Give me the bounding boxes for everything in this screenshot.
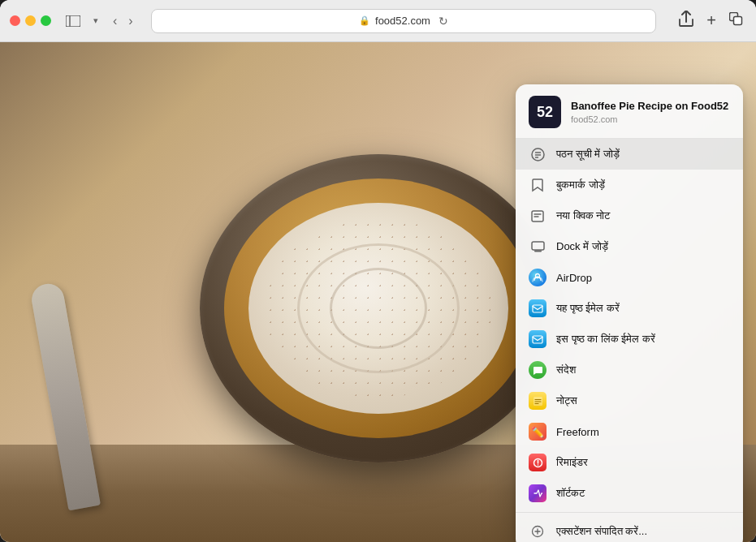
- menu-item-extension[interactable]: एक्सटेंशन संपादित करें...: [516, 516, 743, 542]
- traffic-lights: [10, 15, 51, 26]
- menu-item-label-dock: Dock में जोड़ें: [556, 240, 608, 253]
- svg-point-20: [537, 464, 538, 466]
- menu-item-label-mail-link: इस पृष्ठ का लिंक ईमेल करें: [556, 333, 655, 346]
- menu-item-mail-link[interactable]: इस पृष्ठ का लिंक ईमेल करें: [516, 324, 743, 355]
- forward-button[interactable]: ›: [123, 11, 137, 32]
- site-info: Banoffee Pie Recipe on Food52 food52.com: [571, 100, 730, 124]
- menu-item-label-messages: संदेश: [556, 363, 576, 376]
- back-button[interactable]: ‹: [108, 11, 122, 32]
- site-logo: 52: [529, 96, 561, 128]
- minimize-button[interactable]: [25, 15, 36, 26]
- share-menu: 52 Banoffee Pie Recipe on Food52 food52.…: [516, 84, 743, 542]
- menu-item-label-extension: एक्सटेंशन संपादित करें...: [556, 525, 647, 538]
- svg-rect-13: [533, 336, 542, 343]
- menu-item-label-mail-page: यह पृष्ठ ईमेल करें: [556, 302, 620, 315]
- menu-item-messages[interactable]: संदेश: [516, 355, 743, 385]
- freeform-icon: ✏️: [529, 423, 546, 441]
- sidebar-chevron-button[interactable]: ▾: [90, 12, 102, 29]
- menu-item-shortcuts[interactable]: शॉर्टकट: [516, 478, 743, 509]
- mail-page-icon: [529, 299, 546, 317]
- close-button[interactable]: [10, 15, 20, 26]
- new-tab-button[interactable]: +: [703, 8, 719, 33]
- airdrop-icon: [529, 269, 546, 286]
- menu-header: 52 Banoffee Pie Recipe on Food52 food52.…: [516, 84, 743, 139]
- share-button[interactable]: [676, 7, 697, 34]
- menu-item-label-reading-list: पठन सूची में जोड़ें: [556, 148, 620, 161]
- extension-icon: [529, 523, 546, 540]
- url-text: food52.com: [375, 15, 430, 27]
- nav-group: ‹ ›: [108, 11, 138, 32]
- refresh-button[interactable]: ↻: [438, 15, 448, 28]
- lock-icon: 🔒: [359, 15, 370, 26]
- browser-window: ▾ ‹ › 🔒 food52.com ↻ +: [0, 0, 756, 542]
- menu-item-bookmark[interactable]: बुकमार्क जोड़ें: [516, 170, 743, 200]
- svg-rect-10: [534, 251, 542, 252]
- menu-items-list: पठन सूची में जोड़ेंबुकमार्क जोड़ेंनया क्…: [516, 139, 743, 542]
- menu-item-reminders[interactable]: रिमाइंडर: [516, 447, 743, 478]
- site-title: Banoffee Pie Recipe on Food52: [571, 100, 730, 114]
- notes-icon: [529, 392, 546, 410]
- menu-item-quicknote[interactable]: नया क्विक नोट: [516, 200, 743, 231]
- messages-icon: [529, 361, 546, 379]
- reminders-icon: [529, 454, 546, 471]
- site-url: food52.com: [571, 114, 730, 124]
- svg-rect-0: [66, 15, 80, 27]
- reading-list-icon: [529, 145, 546, 163]
- menu-item-label-shortcuts: शॉर्टकट: [556, 487, 585, 500]
- menu-divider-extension: [516, 512, 743, 513]
- menu-item-label-notes: नोट्स: [556, 394, 577, 407]
- address-bar[interactable]: 🔒 food52.com ↻: [151, 9, 657, 33]
- quicknote-icon: [529, 207, 546, 225]
- dock-icon: [529, 238, 546, 256]
- menu-item-label-airdrop: AirDrop: [556, 272, 592, 284]
- shortcuts-icon: [529, 484, 546, 502]
- menu-item-freeform[interactable]: ✏️Freeform: [516, 416, 743, 447]
- menu-item-mail-page[interactable]: यह पृष्ठ ईमेल करें: [516, 293, 743, 324]
- menu-item-reading-list[interactable]: पठन सूची में जोड़ें: [516, 139, 743, 170]
- toolbar-actions: +: [676, 7, 746, 34]
- toolbar: ▾ ‹ › 🔒 food52.com ↻ +: [0, 0, 756, 42]
- svg-rect-3: [734, 17, 742, 25]
- svg-rect-12: [533, 305, 542, 312]
- content-area: 52 Banoffee Pie Recipe on Food52 food52.…: [0, 42, 756, 542]
- bookmark-icon: [529, 176, 546, 194]
- menu-item-dock[interactable]: Dock में जोड़ें: [516, 231, 743, 262]
- menu-item-label-quicknote: नया क्विक नोट: [556, 209, 610, 222]
- menu-item-airdrop[interactable]: AirDrop: [516, 262, 743, 293]
- mail-link-icon: [529, 330, 546, 348]
- menu-item-label-reminders: रिमाइंडर: [556, 456, 588, 469]
- tabs-button[interactable]: [726, 9, 746, 32]
- menu-item-label-bookmark: बुकमार्क जोड़ें: [556, 179, 605, 191]
- maximize-button[interactable]: [41, 15, 51, 26]
- sidebar-toggle-button[interactable]: [63, 12, 84, 30]
- menu-item-label-freeform: Freeform: [556, 426, 599, 438]
- menu-item-notes[interactable]: नोट्स: [516, 385, 743, 416]
- svg-rect-9: [532, 242, 544, 250]
